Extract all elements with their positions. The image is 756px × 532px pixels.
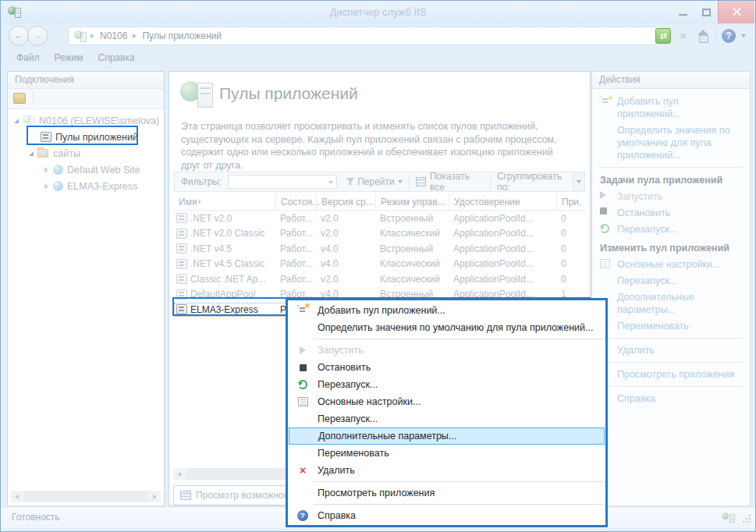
sidebar-horizontal-scrollbar[interactable] [11,491,161,502]
maximize-button[interactable] [694,1,718,23]
stop-icon [294,359,311,376]
tree-node-server[interactable]: N0106 (ELEWISE\smelova) [8,112,164,129]
action-rename[interactable]: Переименовать [600,320,744,332]
scroll-left-icon[interactable] [11,491,23,502]
menu-item-stop[interactable]: Остановить [288,359,605,376]
group-by-dropdown[interactable] [573,172,584,191]
globe-icon [53,181,63,191]
table-row[interactable]: .NET v4.5 Работ... v4.0 Встроенный Appli… [173,241,587,257]
recycle-icon [294,376,311,393]
close-button[interactable] [718,1,754,23]
connections-toolbar [8,89,164,109]
breadcrumb-item-server[interactable]: N0106 [100,30,127,41]
save-connection-icon[interactable] [13,93,26,104]
toolbar-divider [490,175,491,189]
action-recycling[interactable]: Перезапуск... [600,275,744,287]
menu-item-help[interactable]: ? Справка [288,507,605,524]
close-icon [732,7,742,17]
action-advanced-settings[interactable]: Дополнительные параметры... [600,291,744,316]
scroll-right-icon[interactable] [149,491,161,502]
expander-open-icon[interactable] [29,151,34,156]
app-pool-icon [176,274,187,284]
action-stop[interactable]: Остановить [600,207,744,219]
table-row[interactable]: .NET v4.5 Classic Работ... v4.0 Классиче… [173,257,587,272]
breadcrumb-item-page[interactable]: Пулы приложений [142,30,222,41]
tree-node-label: ELMA3-Express [67,181,137,192]
menu-mode[interactable]: Режим [55,52,83,63]
restart-toolbar-icon[interactable]: ⇄ [655,28,671,44]
breadcrumb-arrow-icon[interactable] [91,34,94,38]
breadcrumb-arrow-icon[interactable] [133,34,137,38]
action-view-applications[interactable]: Просмотреть приложения [600,368,744,381]
app-pool-icon [176,243,187,254]
actions-title: Действия [592,72,750,89]
expander-closed-icon[interactable] [44,167,48,173]
tree-node-label: сайты [53,148,80,159]
grid-icon [180,491,191,500]
group-by-label: Сгруппировать по: [497,171,573,193]
tree-node-elma3-express[interactable]: ELMA3-Express [8,178,164,194]
server-icon [74,30,87,42]
filter-label: Фильтры: [181,176,222,187]
column-header-version[interactable]: Версия ср... [316,193,375,211]
actions-body: ★ Добавить пул приложений... Определить … [592,89,750,405]
action-set-defaults[interactable]: Определить значения по умолчанию для пул… [600,124,744,161]
expander-closed-icon[interactable] [44,183,48,190]
action-help[interactable]: Справка [600,392,744,405]
column-header-apps[interactable]: При. [556,193,580,211]
action-add-app-pool[interactable]: ★ Добавить пул приложений... [600,95,744,120]
back-button[interactable]: ← [9,26,29,46]
tree-node-sites[interactable]: сайты [8,145,164,161]
column-header-status[interactable]: Состоя... [275,193,316,211]
column-header-mode[interactable]: Режим управ... [375,193,449,211]
menu-file[interactable]: Файл [16,52,40,63]
expander-open-icon[interactable] [14,119,19,123]
show-all-button[interactable]: Показать все [430,171,484,193]
menu-item-view-applications[interactable]: Просмотреть приложения [288,484,605,502]
scroll-left-icon[interactable] [173,468,185,480]
menu-item-add-app-pool[interactable]: ★ Добавить пул приложений... [288,302,605,319]
maximize-icon [702,9,711,16]
home-icon[interactable] [696,29,710,43]
column-header-name[interactable]: Имя▲ [173,193,275,211]
window-controls [671,1,754,23]
chevron-down-icon[interactable] [328,181,333,184]
minimize-button[interactable] [671,1,694,23]
action-basic-settings[interactable]: Основные настройки... [600,258,744,271]
table-row[interactable]: Classic .NET Ap... Работ... v2.0 Классич… [173,271,587,287]
basic-settings-icon [294,393,311,410]
tree-node-app-pools[interactable]: Пулы приложений [8,129,164,145]
menu-item-remove[interactable]: × Удалить [288,462,605,479]
actions-panel: Действия ★ Добавить пул приложений... Оп… [591,71,751,506]
menu-item-rename[interactable]: Переименовать [288,445,605,462]
scrollbar-thumb[interactable] [23,491,148,502]
menu-item-recycling[interactable]: Перезапуск... [288,410,605,427]
iis-manager-window: Диспетчер служб IIS ← → N0106 Пулы прило… [0,0,756,532]
menu-divider [314,504,604,505]
menu-item-start: Запустить [288,342,605,359]
go-button[interactable]: Перейти [357,176,395,187]
filter-input[interactable] [228,175,337,189]
menu-help[interactable]: Справка [98,52,135,63]
divider [598,362,744,363]
folder-icon [37,149,48,158]
help-dropdown-icon[interactable] [741,34,746,37]
tree-node-default-web-site[interactable]: Default Web Site [8,161,164,178]
table-row[interactable]: .NET v2.0 Classic Работ... v2.0 Классиче… [173,226,587,242]
divider [598,167,744,168]
forward-button[interactable]: → [27,26,48,46]
go-dropdown-icon[interactable] [398,180,403,183]
actions-group-tasks: Задачи пула приложений [600,175,744,186]
start-icon [600,191,606,199]
resize-grip[interactable] [743,515,751,523]
menu-item-basic-settings[interactable]: Основные настройки... [288,393,605,410]
action-recycle[interactable]: Перезапуск... [600,223,744,236]
table-row[interactable]: .NET v2.0 Работ... v2.0 Встроенный Appli… [173,211,587,226]
menu-item-advanced-settings[interactable]: Дополнительные параметры... [289,427,605,445]
menu-item-recycle[interactable]: Перезапуск... [288,376,605,393]
menu-item-set-defaults[interactable]: Определить значения по умолчанию для пул… [288,319,605,336]
action-remove[interactable]: Удалить [600,344,744,356]
help-icon: ? [294,507,311,524]
help-toolbar-icon[interactable]: ? [722,29,736,43]
column-header-identity[interactable]: Удостоверение [449,193,556,211]
